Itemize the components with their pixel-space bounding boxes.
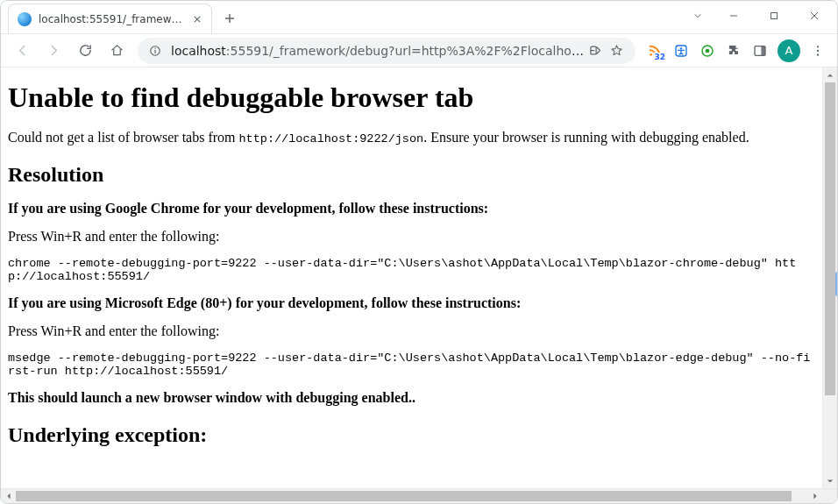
tab-title: localhost:55591/_framework/deb	[39, 13, 183, 25]
active-tab[interactable]: localhost:55591/_framework/deb	[8, 4, 212, 33]
bookmark-icon[interactable]	[606, 40, 627, 61]
winr-instruction-edge: Press Win+R and enter the following:	[8, 323, 815, 339]
share-icon[interactable]	[585, 40, 606, 61]
toolbar-right: 32 A	[643, 39, 830, 63]
browser-window: localhost:55591/_framework/deb	[0, 0, 838, 504]
edge-instructions-heading: If you are using Microsoft Edge (80+) fo…	[8, 295, 815, 311]
svg-rect-11	[761, 46, 765, 55]
scroll-corner	[822, 489, 837, 504]
horizontal-scrollbar[interactable]	[1, 489, 822, 503]
maximize-button[interactable]	[754, 3, 794, 29]
hscroll-track[interactable]	[16, 489, 807, 503]
svg-rect-0	[771, 13, 778, 19]
close-tab-button[interactable]	[190, 12, 204, 26]
rss-badge: 32	[653, 53, 666, 61]
reload-button[interactable]	[71, 37, 99, 65]
exception-heading: Underlying exception:	[8, 423, 815, 447]
url-text: localhost:55591/_framework/debug?url=htt…	[171, 44, 585, 58]
edge-command-code: msedge --remote-debugging-port=9222 --us…	[8, 351, 815, 378]
svg-point-12	[817, 46, 819, 47]
svg-point-13	[817, 49, 819, 51]
address-bar[interactable]: localhost:55591/_framework/debug?url=htt…	[138, 38, 636, 64]
chrome-command-code: chrome --remote-debugging-port=9222 --us…	[8, 257, 815, 283]
horizontal-scrollbar-row	[1, 488, 837, 503]
json-url-code: http://localhost:9222/json	[239, 132, 424, 146]
new-tab-button[interactable]	[217, 6, 242, 31]
favicon-icon	[18, 12, 32, 26]
side-panel-button[interactable]	[748, 39, 772, 63]
error-paragraph: Could not get a list of browser tabs fro…	[8, 130, 815, 146]
svg-point-14	[817, 53, 819, 55]
navigation-toolbar: localhost:55591/_framework/debug?url=htt…	[1, 34, 837, 67]
home-button[interactable]	[103, 37, 131, 65]
chrome-instructions-heading: If you are using Google Chrome for your …	[8, 201, 815, 217]
profile-initial: A	[785, 44, 793, 57]
tabstrip: localhost:55591/_framework/deb	[8, 4, 242, 33]
forward-button[interactable]	[39, 37, 67, 65]
tab-search-button[interactable]	[682, 3, 714, 29]
close-window-button[interactable]	[794, 3, 834, 29]
profile-avatar[interactable]: A	[778, 39, 800, 62]
extension-accessibility-icon[interactable]	[669, 39, 693, 63]
content-area: Unable to find debuggable browser tab Co…	[1, 67, 837, 488]
titlebar: localhost:55591/_framework/deb	[1, 1, 837, 34]
extension-green-icon[interactable]	[695, 39, 720, 63]
extensions-button[interactable]	[721, 39, 746, 63]
extension-rss-icon[interactable]: 32	[643, 39, 667, 63]
svg-rect-3	[154, 47, 155, 48]
scroll-thumb[interactable]	[825, 82, 835, 395]
svg-point-9	[706, 48, 710, 53]
summary-paragraph: This should launch a new browser window …	[8, 390, 815, 406]
app-menu-button[interactable]	[806, 39, 830, 63]
scroll-up-arrow[interactable]	[823, 67, 837, 82]
scroll-down-arrow[interactable]	[823, 473, 837, 488]
minimize-button[interactable]	[714, 3, 754, 29]
scroll-right-arrow[interactable]	[807, 493, 822, 500]
svg-point-5	[650, 53, 652, 56]
page-title: Unable to find debuggable browser tab	[8, 82, 815, 114]
svg-point-7	[680, 47, 682, 49]
resolution-heading: Resolution	[8, 163, 815, 187]
winr-instruction: Press Win+R and enter the following:	[8, 229, 815, 245]
page-content: Unable to find debuggable browser tab Co…	[1, 67, 822, 488]
site-info-icon[interactable]	[148, 44, 162, 58]
svg-rect-2	[154, 49, 155, 53]
hscroll-thumb[interactable]	[16, 491, 792, 501]
scroll-left-arrow[interactable]	[1, 493, 16, 500]
window-controls	[682, 3, 834, 29]
back-button[interactable]	[8, 37, 36, 65]
